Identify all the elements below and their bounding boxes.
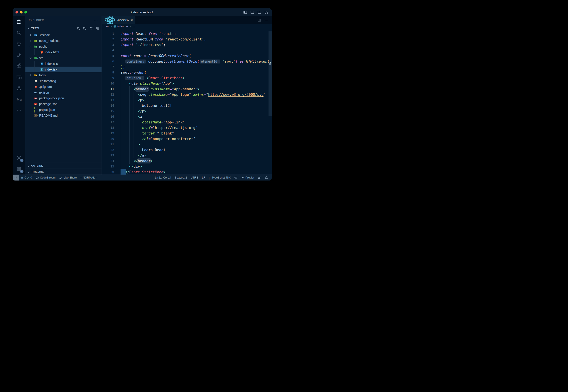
tree-item-index.html[interactable]: 5index.html: [26, 49, 101, 55]
code-line-23[interactable]: 23 </a>: [102, 153, 272, 158]
tree-item-label: node_modules: [39, 39, 59, 42]
code-line-15[interactable]: 15 </p>: [102, 108, 272, 114]
code-line-21[interactable]: 21 >: [102, 141, 272, 147]
status-prettier[interactable]: Prettier: [239, 175, 256, 181]
status-encoding[interactable]: UTF-8: [189, 175, 200, 181]
status-text: -- NORMAL --: [80, 176, 97, 179]
tree-item-src[interactable]: </>src: [26, 55, 101, 61]
explorer-sidebar: EXPLORER ··· TEST2 .vscodenode_modulespu…: [26, 16, 102, 175]
line-content: );: [121, 64, 125, 70]
code-line-25[interactable]: 25 </div>: [102, 164, 272, 169]
status-indentation[interactable]: Spaces: 2: [173, 175, 189, 181]
status-copilot[interactable]: [233, 175, 239, 181]
flask-icon: [16, 85, 22, 91]
new-folder-icon[interactable]: [83, 27, 86, 30]
code-line-24[interactable]: 24 </header>: [102, 158, 272, 164]
activity-more[interactable]: [13, 105, 25, 116]
code-line-20[interactable]: 20 rel="noopener noreferrer": [102, 136, 272, 141]
code-line-16[interactable]: 16 <a: [102, 114, 272, 119]
tree-item-node_modules[interactable]: node_modules: [26, 38, 101, 43]
ellipsis-icon[interactable]: [264, 18, 268, 22]
code-line-5[interactable]: 5const root = ReactDOM.createRoot(: [102, 53, 272, 59]
status-codestream[interactable]: CodeStream: [34, 175, 57, 181]
explorer-more-actions-icon[interactable]: ···: [94, 18, 98, 22]
tree-item-package-lock.json[interactable]: npmpackage-lock.json: [26, 95, 101, 101]
new-file-icon[interactable]: [77, 27, 80, 30]
activity-extensions[interactable]: [13, 60, 25, 71]
close-tab-icon[interactable]: ✕: [131, 19, 133, 22]
activity-nx-console[interactable]: N≥: [13, 94, 25, 105]
layout-grid-icon[interactable]: [264, 10, 268, 14]
layout-sidebar-right-icon[interactable]: [257, 10, 261, 14]
tree-item-index.tsx[interactable]: index.tsx: [26, 67, 101, 72]
status-cursor-position[interactable]: Ln 11, Col 14: [153, 175, 173, 181]
activity-accounts[interactable]: 1: [13, 153, 25, 164]
status-remote[interactable]: [13, 175, 19, 181]
code-line-10[interactable]: 10 <div className="App">: [102, 81, 272, 86]
code-line-14[interactable]: 14 Welcome test2!: [102, 103, 272, 108]
code-line-13[interactable]: 13 <p>: [102, 97, 272, 103]
tree-item-.vscode[interactable]: .vscode: [26, 32, 101, 38]
code-line-26[interactable]: 26 </React.StrictMode>: [102, 169, 272, 175]
code-line-17[interactable]: 17 className="App-link": [102, 119, 272, 125]
editor-scrollbar[interactable]: [268, 31, 272, 116]
activity-search[interactable]: [13, 27, 25, 38]
tree-item-public[interactable]: public: [26, 43, 101, 49]
code-line-3[interactable]: 3import './index.css';: [102, 42, 272, 48]
code-line-22[interactable]: 22 Learn React: [102, 147, 272, 153]
tree-item-label: src: [39, 56, 43, 60]
code-line-6[interactable]: 6 container: document.getElementById(ele…: [102, 59, 272, 64]
breadcrumb-item[interactable]: index.tsx: [113, 25, 128, 28]
split-editor-icon[interactable]: [257, 18, 261, 22]
code-line-12[interactable]: 12 <svg className="App-logo" xmlns="http…: [102, 92, 272, 97]
code-editor[interactable]: 1import React from 'react';2import React…: [102, 29, 272, 175]
tree-item-tools[interactable]: tools: [26, 72, 101, 78]
minimize-window-button[interactable]: [20, 11, 23, 14]
panel-timeline[interactable]: TIMELINE: [26, 168, 101, 175]
tab-index-tsx[interactable]: index.tsx ✕: [102, 16, 135, 24]
code-line-9[interactable]: 9 children: <React.StrictMode>: [102, 75, 272, 81]
tree-item-index.css[interactable]: 3index.css: [26, 61, 101, 67]
activity-testing[interactable]: [13, 83, 25, 94]
activity-remote-explorer[interactable]: [13, 71, 25, 83]
activity-explorer[interactable]: [13, 16, 25, 27]
tree-item-package.json[interactable]: npmpackage.json: [26, 101, 101, 107]
status-notifications[interactable]: [263, 175, 270, 181]
status-symbol: ⊘: [21, 176, 23, 179]
refresh-icon[interactable]: [89, 27, 93, 30]
code-line-4[interactable]: 4: [102, 48, 272, 53]
activity-run-debug[interactable]: [13, 49, 25, 60]
code-line-18[interactable]: 18 href="https://reactjs.org": [102, 125, 272, 130]
code-line-7[interactable]: 7);: [102, 64, 272, 70]
folder-node-icon: [34, 39, 38, 43]
status-language-mode[interactable]: {}TypeScript JSX: [207, 175, 233, 181]
status-problems[interactable]: ⊘0△0: [19, 175, 34, 181]
code-line-1[interactable]: 1import React from 'react';: [102, 31, 272, 37]
status-eol[interactable]: LF: [200, 175, 207, 181]
code-line-8[interactable]: 8root.render(: [102, 70, 272, 75]
code-line-2[interactable]: 2import ReactDOM from 'react-dom/client'…: [102, 37, 272, 42]
tree-item-project.json[interactable]: { }project.json: [26, 107, 101, 112]
activity-settings[interactable]: 1: [13, 164, 25, 175]
status-live-share[interactable]: Live Share: [57, 175, 79, 181]
breadcrumb-item[interactable]: …: [132, 25, 135, 28]
status-vim-mode[interactable]: -- NORMAL --: [79, 175, 99, 181]
tree-item-.editorconfig[interactable]: .editorconfig: [26, 78, 101, 84]
tree-item-README.md[interactable]: MREADME.md: [26, 112, 101, 118]
collapse-all-icon[interactable]: [96, 27, 99, 30]
layout-sidebar-left-icon[interactable]: [243, 10, 247, 14]
line-content: <div className="App">: [121, 81, 174, 86]
zoom-window-button[interactable]: [24, 11, 27, 14]
status-feedback[interactable]: [256, 175, 263, 181]
breadcrumb-item[interactable]: src: [106, 25, 110, 28]
close-window-button[interactable]: [15, 11, 18, 14]
code-line-19[interactable]: 19 target="_blank": [102, 130, 272, 136]
activity-source-control[interactable]: [13, 38, 25, 49]
tree-item-nx.json[interactable]: N≥nx.json: [26, 90, 101, 95]
code-line-11[interactable]: 11 <header className="App-header">: [102, 86, 272, 92]
workspace-section-header[interactable]: TEST2: [26, 25, 101, 31]
npm-icon: npm: [34, 96, 38, 100]
layout-panel-icon[interactable]: [250, 10, 254, 14]
panel-outline[interactable]: OUTLINE: [26, 163, 101, 168]
tree-item-.gitignore[interactable]: .gitignore: [26, 84, 101, 90]
